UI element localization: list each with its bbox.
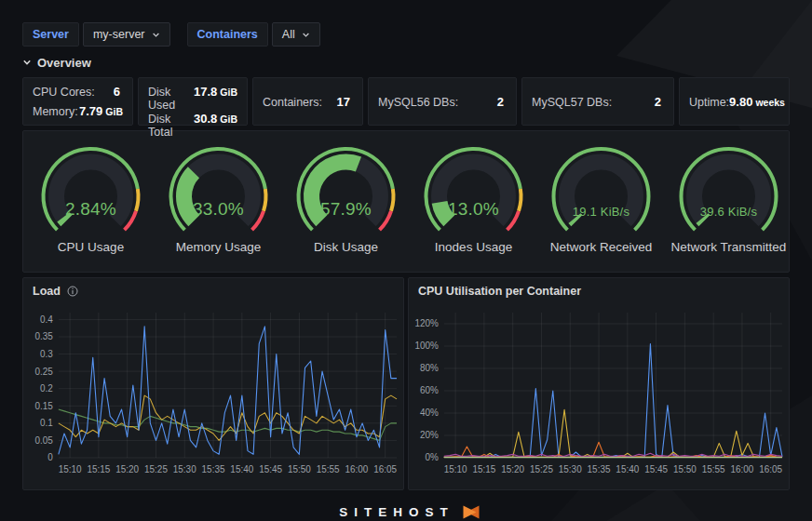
gauge-arc <box>537 140 665 237</box>
stat-value: 6 <box>114 85 123 99</box>
gauge-memory-usage: 33.0% Memory Usage <box>155 140 282 266</box>
panel-title-text: CPU Utilisation per Container <box>418 285 581 298</box>
server-variable-label: Server <box>22 22 79 47</box>
gauge-disk-usage: 57.9% Disk Usage <box>282 140 410 266</box>
stat-value: 9.80weeks <box>729 95 785 109</box>
variables-bar: Server my-server Containers All <box>22 22 790 47</box>
gauge-value: 33.0% <box>155 199 282 220</box>
svg-text:120%: 120% <box>414 318 439 328</box>
gauge-value: 2.84% <box>27 199 155 220</box>
svg-text:15:25: 15:25 <box>530 464 553 474</box>
stat-value: 30.8GiB <box>194 112 237 126</box>
stat-row: MySQL57 DBs: 2 <box>532 95 664 109</box>
section-title: Overview <box>37 56 91 70</box>
stats-row: CPU Cores: 6 Memory: 7.79GiB Disk Used 1… <box>22 77 790 126</box>
gauge-arc <box>665 140 792 237</box>
info-icon[interactable] <box>67 286 78 297</box>
gauge-label: Network Transmitted <box>665 240 792 254</box>
stat-value: 2 <box>655 95 664 109</box>
containers-variable-label: Containers <box>187 22 268 47</box>
svg-text:40%: 40% <box>420 407 439 418</box>
stat-row: Disk Total 30.8GiB <box>148 112 237 139</box>
svg-text:60%: 60% <box>420 385 439 395</box>
svg-text:0.05: 0.05 <box>34 435 53 446</box>
svg-text:15:40: 15:40 <box>616 464 639 474</box>
svg-text:15:55: 15:55 <box>317 464 340 474</box>
gauges-panel: 2.84% CPU Usage 33.0% Memory Usage 57.9%… <box>22 130 790 273</box>
stat-panel-mysql57: MySQL57 DBs: 2 <box>521 77 674 126</box>
svg-text:0.4: 0.4 <box>40 314 53 325</box>
gauge-label: CPU Usage <box>27 240 155 254</box>
chevron-down-icon <box>152 31 160 39</box>
svg-text:0%: 0% <box>425 452 439 462</box>
stat-panel-cpu-memory: CPU Cores: 6 Memory: 7.79GiB <box>22 77 133 126</box>
cpu-container-panel-title[interactable]: CPU Utilisation per Container <box>409 278 789 303</box>
svg-text:15:30: 15:30 <box>559 464 582 474</box>
gauge-value: 57.9% <box>282 199 410 220</box>
stat-value: 17 <box>337 95 353 109</box>
stat-label: Disk Used <box>148 86 194 112</box>
svg-text:16:00: 16:00 <box>345 464 368 474</box>
gauge-label: Disk Usage <box>282 240 410 254</box>
panel-title-text: Load <box>33 285 61 298</box>
gauge-arc <box>410 140 537 237</box>
containers-variable-select[interactable]: All <box>272 22 320 47</box>
gauge-value: 39.6 KiB/s <box>665 205 792 219</box>
overview-section-toggle[interactable]: Overview <box>22 55 91 70</box>
stat-label: Containers: <box>263 96 322 109</box>
svg-text:0.2: 0.2 <box>40 383 53 394</box>
svg-text:20%: 20% <box>420 430 439 440</box>
svg-text:15:45: 15:45 <box>259 464 282 474</box>
load-chart[interactable]: 00.050.10.150.20.250.30.350.415:1015:151… <box>23 303 403 488</box>
svg-text:15:35: 15:35 <box>202 464 225 474</box>
svg-text:0.15: 0.15 <box>34 401 53 411</box>
svg-text:15:10: 15:10 <box>59 464 82 474</box>
svg-text:15:30: 15:30 <box>173 464 196 474</box>
stat-label: Disk Total <box>148 113 194 139</box>
svg-text:0: 0 <box>47 452 53 462</box>
svg-text:15:20: 15:20 <box>115 464 139 474</box>
server-variable-select[interactable]: my-server <box>83 22 170 47</box>
stat-panel-uptime: Uptime: 9.80weeks <box>679 77 790 126</box>
svg-text:15:50: 15:50 <box>673 464 697 474</box>
gauge-arc <box>155 140 282 237</box>
svg-text:0.35: 0.35 <box>34 331 53 341</box>
svg-text:15:55: 15:55 <box>702 464 725 474</box>
svg-text:15:45: 15:45 <box>644 464 668 474</box>
svg-text:15:25: 15:25 <box>144 464 168 474</box>
footer: SITEHOST <box>22 501 790 521</box>
charts-row: Load 00.050.10.150.20.250.30.350.415:101… <box>22 277 790 490</box>
cpu-container-chart[interactable]: 0%20%40%60%80%100%120%15:1015:1515:2015:… <box>409 303 789 488</box>
chevron-down-icon <box>22 58 32 67</box>
gauge-arc <box>27 140 155 237</box>
cpu-container-chart-panel: CPU Utilisation per Container 0%20%40%60… <box>408 277 790 490</box>
sitehost-logo-x-icon <box>463 505 480 519</box>
stat-panel-disk: Disk Used 17.8GiB Disk Total 30.8GiB <box>138 77 248 126</box>
svg-text:15:10: 15:10 <box>444 464 467 474</box>
svg-text:16:00: 16:00 <box>730 464 753 474</box>
gauge-cpu-usage: 2.84% CPU Usage <box>27 140 155 266</box>
stat-row: Uptime: 9.80weeks <box>689 95 779 109</box>
stat-label: Uptime: <box>689 96 729 109</box>
stat-value: 7.79GiB <box>79 104 123 118</box>
svg-text:80%: 80% <box>420 363 439 373</box>
svg-text:100%: 100% <box>414 341 439 351</box>
gauge-value: 19.1 KiB/s <box>537 205 665 219</box>
gauge-network-transmitted: 39.6 KiB/s Network Transmitted <box>665 140 792 266</box>
stat-panel-mysql56: MySQL56 DBs: 2 <box>368 77 517 126</box>
svg-text:15:35: 15:35 <box>588 464 611 474</box>
load-panel-title[interactable]: Load <box>23 278 403 303</box>
gauge-network-received: 19.1 KiB/s Network Received <box>537 140 665 266</box>
svg-text:16:05: 16:05 <box>373 464 397 474</box>
svg-text:0.1: 0.1 <box>40 418 53 428</box>
svg-text:0.25: 0.25 <box>34 367 53 377</box>
stat-label: MySQL57 DBs: <box>532 96 612 109</box>
svg-text:15:15: 15:15 <box>472 464 495 474</box>
gauge-label: Inodes Usage <box>410 240 537 254</box>
svg-text:16:05: 16:05 <box>759 464 782 474</box>
gauge-arc <box>282 140 410 237</box>
containers-variable-label-text: Containers <box>197 28 258 41</box>
stat-label: MySQL56 DBs: <box>378 96 458 109</box>
gauge-inodes-usage: 13.0% Inodes Usage <box>410 140 537 266</box>
stat-row: Disk Used 17.8GiB <box>148 85 237 112</box>
